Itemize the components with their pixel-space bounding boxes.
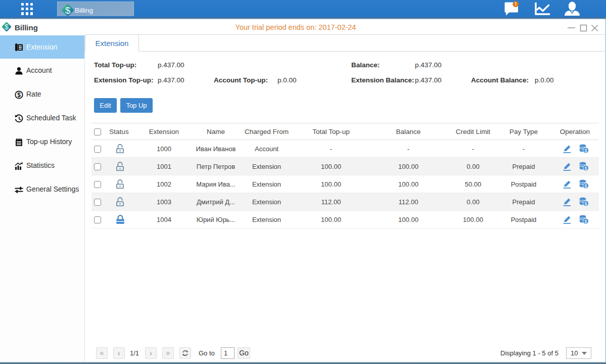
- svg-text:$: $: [65, 5, 71, 16]
- svg-text:$: $: [17, 92, 21, 99]
- svg-text:!: !: [515, 2, 517, 7]
